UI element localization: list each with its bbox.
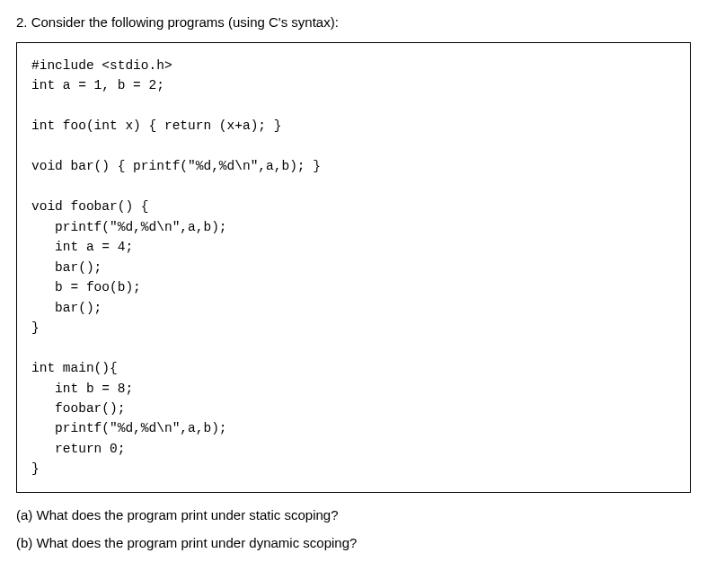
question-number: 2. [16,14,28,30]
code-line: void foobar() { [31,199,149,214]
code-line: int a = 4; [31,240,133,254]
code-line: #include <stdio.h> [31,58,172,73]
code-line: int foo(int x) { return (x+a); } [31,118,281,133]
code-line: int b = 8; [31,382,133,396]
code-line: int a = 1, b = 2; [31,78,164,92]
code-line: printf("%d,%d\n",a,b); [31,220,227,234]
subquestion-b: (b) What does the program print under dy… [16,535,691,550]
question-text: Consider the following programs (using C… [31,14,339,30]
code-line: int main(){ [31,361,118,375]
code-line: bar(); [31,260,102,275]
code-line: foobar(); [31,401,125,416]
subquestion-a: (a) What does the program print under st… [16,507,691,522]
question-intro: 2. Consider the following programs (usin… [16,14,691,30]
code-line: printf("%d,%d\n",a,b); [31,421,227,435]
code-block: #include <stdio.h> int a = 1, b = 2; int… [16,42,691,493]
code-line: void bar() { printf("%d,%d\n",a,b); } [31,159,321,173]
code-line: } [31,320,40,335]
code-line: } [31,461,40,476]
code-line: bar(); [31,301,102,315]
code-line: return 0; [31,442,125,456]
code-line: b = foo(b); [31,280,141,294]
